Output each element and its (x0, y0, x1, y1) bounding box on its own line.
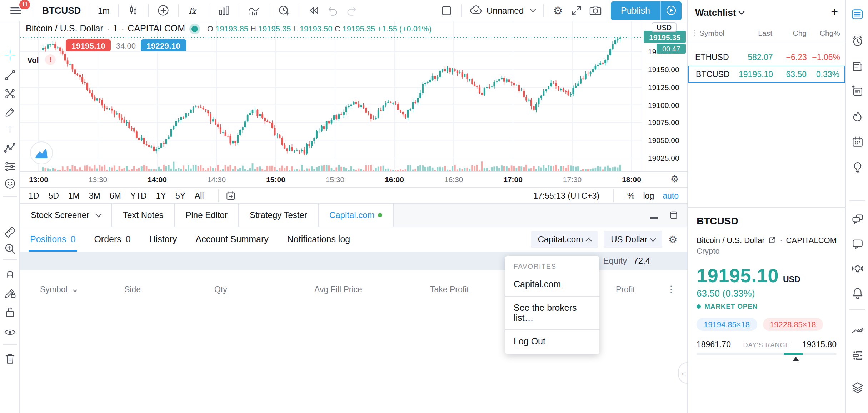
chart-settings-button[interactable]: ⚙ (549, 1, 567, 20)
symbol-search-button[interactable]: BTCUSD (39, 1, 84, 20)
range-1y-button[interactable]: 1Y (156, 191, 166, 200)
detail-symbol[interactable]: BTCUSD (697, 215, 837, 227)
sidebar-item-streams[interactable] (849, 260, 866, 277)
sidebar-item-watchlist[interactable] (849, 6, 866, 23)
subtab-history[interactable]: History (149, 227, 177, 252)
sidebar-item-ideas[interactable] (849, 158, 866, 175)
sidebar-item-calendar[interactable] (849, 133, 866, 150)
tab-capital-com[interactable]: Capital.com (319, 204, 394, 227)
detail-full-name[interactable]: Bitcoin / U.S. Dollar (697, 236, 765, 244)
time-axis[interactable]: 13:00 13:30 14:00 14:30 15:00 15:30 16:0… (20, 171, 687, 187)
currency-select-button[interactable]: US Dollar (604, 231, 663, 248)
indicators-button[interactable]: fx (184, 1, 204, 20)
main-menu-button[interactable]: 11 (6, 1, 26, 20)
subtab-positions[interactable]: Positions 0 (30, 227, 75, 252)
range-5d-button[interactable]: 5D (48, 191, 59, 200)
compare-button[interactable] (154, 1, 173, 20)
restore-panel-icon[interactable] (669, 210, 679, 220)
menu-item-capital-com[interactable]: Capital.com (505, 273, 599, 296)
column-header-avg-fill-price[interactable]: Avg Fill Price (314, 285, 362, 294)
tab-stock-screener[interactable]: Stock Screener (20, 204, 112, 227)
menu-item-see-brokers-list[interactable]: See the brokers list… (505, 297, 599, 329)
buy-price-button[interactable]: 19229.10 (141, 39, 186, 51)
sidebar-item-data-window[interactable] (849, 82, 866, 99)
chart-style-button[interactable] (124, 1, 143, 20)
range-6m-button[interactable]: 6M (110, 191, 121, 200)
trend-line-tool-button[interactable] (3, 68, 17, 82)
sell-price-button[interactable]: 19195.10 (66, 39, 111, 51)
forecast-tool-button[interactable] (3, 159, 17, 174)
tab-pine-editor[interactable]: Pine Editor (175, 204, 239, 227)
range-1m-button[interactable]: 1M (68, 191, 80, 200)
bar-replay-button[interactable] (304, 1, 324, 20)
sidebar-item-order-panel[interactable] (849, 322, 866, 339)
subtab-notifications-log[interactable]: Notifications log (287, 227, 350, 252)
panel-settings-gear-icon[interactable]: ⚙ (668, 234, 677, 244)
emoji-tool-button[interactable] (3, 176, 17, 191)
column-chg-percent[interactable]: Chg% (807, 28, 840, 37)
sidebar-item-alerts[interactable] (849, 32, 866, 49)
column-header-symbol[interactable]: Symbol (40, 285, 76, 294)
measure-tool-button[interactable] (3, 225, 17, 239)
hide-all-drawings-button[interactable] (3, 325, 17, 339)
fundamental-metrics-button[interactable] (244, 1, 264, 20)
volume-study-legend[interactable]: Vol ! (27, 54, 56, 65)
sidebar-item-public-chats[interactable] (849, 211, 866, 228)
create-alert-button[interactable] (274, 1, 294, 20)
column-last[interactable]: Last (728, 28, 772, 37)
layout-name-button[interactable]: Unnamed (467, 1, 538, 20)
sidebar-item-object-tree[interactable] (849, 379, 866, 396)
subtab-orders[interactable]: Orders 0 (94, 227, 130, 252)
add-symbol-button[interactable]: + (831, 5, 838, 19)
external-link-icon[interactable] (768, 236, 777, 244)
axis-settings-gear-icon[interactable]: ⚙ (670, 174, 679, 184)
watchlist-row-ethusd[interactable]: ETHUSD 582.07 −6.23 −1.06% (688, 49, 845, 66)
publish-button[interactable]: Publish (611, 1, 660, 20)
lock-all-drawings-button[interactable] (3, 305, 17, 319)
chart-legend[interactable]: Bitcoin / U.S. Dollar · 1 · CAPITALCOM O… (26, 24, 431, 34)
sidebar-item-hotlists[interactable] (849, 108, 866, 125)
pattern-tool-button[interactable] (3, 141, 17, 156)
gann-fib-tool-button[interactable] (3, 86, 17, 101)
range-5y-button[interactable]: 5Y (175, 191, 185, 200)
text-tool-button[interactable] (3, 122, 17, 136)
minimize-panel-button[interactable] (650, 217, 658, 219)
redo-button[interactable] (342, 1, 361, 20)
layout-select-button[interactable] (437, 1, 456, 20)
snapshot-button[interactable] (586, 1, 605, 20)
interval-button[interactable]: 1m (94, 1, 113, 20)
chart-pane[interactable]: Bitcoin / U.S. Dollar · 1 · CAPITALCOM O… (20, 21, 687, 171)
column-symbol[interactable]: Symbol (699, 28, 728, 37)
drawing-mode-lock-button[interactable] (3, 286, 17, 300)
undo-button[interactable] (324, 1, 342, 20)
column-header-qty[interactable]: Qty (214, 285, 227, 294)
log-scale-button[interactable]: log (643, 191, 654, 200)
watchlist-title[interactable]: Watchlist (695, 7, 736, 18)
sidebar-item-private-chat[interactable] (849, 235, 866, 252)
volume-warning-icon[interactable]: ! (45, 54, 56, 65)
clock-label[interactable]: 17:55:13 (UTC+3) (533, 191, 599, 200)
bid-pill[interactable]: 19194.85×18 (697, 318, 757, 331)
column-header-side[interactable]: Side (124, 285, 141, 294)
go-to-date-button[interactable] (225, 190, 237, 201)
table-options-kebab-icon[interactable]: ⋮ (667, 284, 676, 294)
remove-all-drawings-button[interactable] (3, 352, 17, 366)
range-ytd-button[interactable]: YTD (130, 191, 147, 200)
ask-pill[interactable]: 19228.85×18 (763, 318, 823, 331)
magnet-mode-button[interactable] (3, 266, 17, 280)
collapse-panel-handle[interactable]: ‹ (678, 362, 687, 384)
tab-strategy-tester[interactable]: Strategy Tester (239, 204, 319, 227)
menu-item-log-out[interactable]: Log Out (505, 330, 599, 353)
subtab-account-summary[interactable]: Account Summary (196, 227, 269, 252)
publish-play-button[interactable] (660, 1, 682, 20)
watchlist-row-btcusd[interactable]: BTCUSD 19195.10 63.50 0.33% (688, 66, 845, 83)
range-1d-button[interactable]: 1D (29, 191, 39, 200)
range-all-button[interactable]: All (195, 191, 204, 200)
zoom-in-tool-button[interactable] (3, 242, 17, 256)
sidebar-item-notifications[interactable] (849, 284, 866, 302)
brush-tool-button[interactable] (3, 105, 17, 119)
broker-select-button[interactable]: Capital.com (530, 231, 598, 248)
fullscreen-button[interactable] (567, 1, 586, 20)
indicator-templates-button[interactable] (214, 1, 234, 20)
chart-type-watermark-button[interactable] (30, 141, 53, 164)
